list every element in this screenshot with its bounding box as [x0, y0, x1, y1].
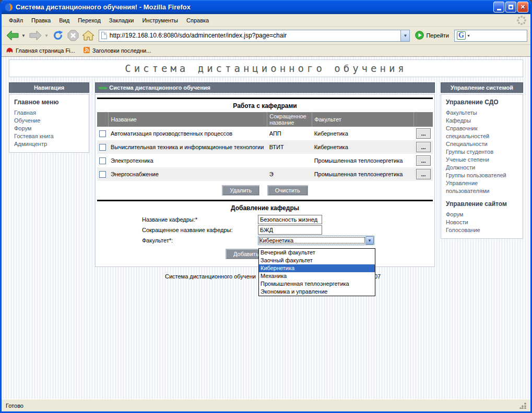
column-faculty: Факультет [312, 112, 414, 127]
url-dropdown-icon[interactable]: ▼ [400, 30, 409, 41]
table-row: Вычислительная техника и информационные … [97, 140, 433, 154]
go-label: Перейти [426, 32, 449, 39]
forward-icon[interactable] [28, 29, 43, 42]
google-icon[interactable]: G [457, 31, 466, 40]
chair-abbr [267, 154, 312, 167]
dropdown-option[interactable]: Заочный факультет [259, 257, 375, 264]
dropdown-option[interactable]: Экономика и управление [259, 288, 375, 296]
chair-faculty: Промышленная теплоэнергетика [312, 154, 414, 167]
sidebar-item-specialty-directory[interactable]: Справочник специальностей [446, 125, 518, 140]
content-header-title: Система дистанционного обучения [109, 84, 210, 91]
clear-button[interactable]: Очистить [267, 185, 308, 196]
column-abbr: Сокращенное название [267, 112, 312, 127]
sidebar-item-student-groups[interactable]: Группы студентов [446, 148, 518, 156]
sidebar-item-chairs[interactable]: Кафедры [446, 117, 518, 125]
menu-help[interactable]: Справка [182, 16, 213, 25]
search-input[interactable]: G ▼ [454, 30, 527, 42]
chair-name: Энергоснабжение [109, 167, 267, 181]
status-text: Готово [6, 403, 519, 409]
chair-name-field[interactable] [258, 215, 322, 224]
dropdown-option[interactable]: Промышленная теплоэнергетика [259, 280, 375, 288]
site-management-title: Управление сайтом [446, 200, 518, 208]
add-chair-form: Название кафедры:* Сокращенное название … [142, 214, 433, 246]
chair-abbr: АПП [267, 127, 312, 140]
sidebar-item-academic-degrees[interactable]: Ученые степени [446, 156, 518, 164]
bookmark-label: Заголовки последни... [92, 47, 151, 54]
select-arrow-icon[interactable]: ▼ [365, 236, 374, 245]
go-icon [415, 31, 424, 41]
reload-icon[interactable] [51, 28, 65, 43]
delete-button[interactable]: Удалить [222, 185, 259, 196]
page-icon [101, 32, 107, 39]
dropdown-option[interactable]: Вечерний факультет [259, 249, 375, 257]
menu-view[interactable]: Вид [55, 16, 74, 25]
sidebar-item-forum-admin[interactable]: Форум [446, 211, 518, 218]
chair-name: Автоматизация производственных процессов [109, 127, 267, 140]
sidebar-item-voting[interactable]: Голосование [446, 226, 518, 234]
navigation-panel-header: Навигация [9, 82, 89, 93]
chair-faculty: Кибернетика [312, 127, 414, 140]
sidebar-item-news[interactable]: Новости [446, 218, 518, 226]
bookmark-firefox-home[interactable]: Главная страница Fi... [6, 47, 75, 55]
row-edit-button[interactable]: ... [416, 128, 431, 139]
back-dropdown-icon[interactable]: ▼ [21, 33, 27, 38]
url-bar[interactable]: http://192.168.10.6:8080/sdo/admincenter… [99, 30, 410, 42]
menu-file[interactable]: Файл [5, 16, 27, 25]
throbber-icon [516, 15, 527, 26]
bookmark-latest-headlines[interactable]: Заголовки последни... [84, 47, 151, 55]
table-row: Энергоснабжение Э Промышленная теплоэнер… [97, 167, 433, 181]
divider [97, 200, 433, 201]
browser-window: Система дистанционного обучения! - Mozil… [0, 0, 532, 413]
url-text[interactable]: http://192.168.10.6:8080/sdo/admincenter… [110, 32, 401, 39]
sidebar-item-user-management[interactable]: Управление пользователями [446, 179, 518, 195]
chairs-section-title: Работа с кафедрами [97, 102, 433, 110]
maximize-icon[interactable] [505, 2, 516, 13]
rss-icon [84, 47, 90, 55]
stop-icon[interactable] [66, 29, 80, 42]
row-edit-button[interactable]: ... [416, 142, 431, 152]
faculty-select-value: Кибернетика [258, 237, 365, 244]
home-icon[interactable] [81, 29, 96, 42]
row-checkbox[interactable] [99, 144, 106, 151]
row-edit-button[interactable]: ... [416, 169, 431, 179]
sidebar-item-guestbook[interactable]: Гостевая книга [14, 132, 84, 140]
chair-faculty: Промышленная теплоэнергетика [312, 167, 414, 181]
search-engine-dropdown-icon[interactable]: ▼ [467, 34, 470, 38]
sidebar-item-specialties[interactable]: Специальности [446, 140, 518, 148]
sidebar-item-user-groups[interactable]: Группы пользователей [446, 172, 518, 179]
main-column: »»» Система дистанционного обучения Рабо… [95, 82, 435, 280]
minimize-icon[interactable] [493, 2, 504, 13]
chair-abbr-label: Сокращенное название кафедры: [142, 227, 258, 233]
mozilla-icon [6, 47, 14, 55]
resize-grip[interactable] [519, 402, 526, 409]
menu-edit[interactable]: Правка [27, 16, 55, 25]
sidebar-item-learning[interactable]: Обучение [14, 117, 84, 125]
sidebar-item-positions[interactable]: Должности [446, 164, 518, 172]
close-icon[interactable]: ✕ [517, 2, 528, 13]
menu-tools[interactable]: Инструменты [138, 16, 182, 25]
row-checkbox[interactable] [99, 130, 106, 137]
row-edit-button[interactable]: ... [416, 155, 431, 166]
chevrons-icon: »»» [99, 84, 107, 91]
divider [97, 98, 433, 99]
dropdown-option-selected[interactable]: Кибернетика [259, 264, 375, 272]
chair-name: Электротехника [109, 154, 267, 167]
faculty-select[interactable]: Кибернетика ▼ Вечерний факультет Заочный… [258, 236, 374, 245]
go-button[interactable]: Перейти [414, 31, 453, 41]
column-name: Название [109, 112, 267, 127]
back-icon[interactable] [5, 29, 20, 42]
sidebar-item-admincenter[interactable]: Админцентр [14, 140, 84, 148]
sidebar-item-forum[interactable]: Форум [14, 125, 84, 132]
menu-go[interactable]: Переход [74, 16, 105, 25]
dropdown-option[interactable]: Механика [259, 272, 375, 280]
forward-dropdown-icon[interactable]: ▼ [44, 33, 50, 38]
column-checkbox [97, 112, 109, 127]
row-checkbox[interactable] [99, 171, 106, 178]
menu-bookmarks[interactable]: Закладки [105, 16, 138, 25]
chair-abbr: Э [267, 167, 312, 181]
sidebar-item-faculties[interactable]: Факультеты [446, 109, 518, 117]
sidebar-item-home[interactable]: Главная [14, 109, 84, 117]
row-checkbox[interactable] [99, 157, 106, 164]
chair-abbr-field[interactable] [258, 225, 322, 235]
left-sidebar: Навигация Главное меню Главная Обучение … [9, 82, 89, 153]
